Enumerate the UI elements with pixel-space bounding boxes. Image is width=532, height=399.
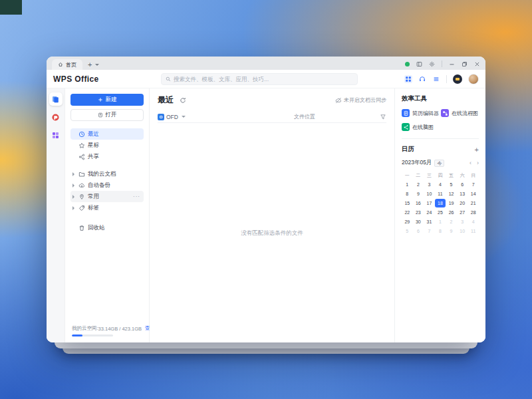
calendar-day[interactable]: 11 [467,227,479,235]
sidebar-item-cloud-docs[interactable]: 我的云文档 [70,168,144,180]
expand-arrow-icon[interactable] [72,195,78,199]
calendar-day[interactable]: 3 [457,217,468,226]
open-document-button[interactable]: 打开 [70,109,144,121]
calendar-day[interactable]: 19 [446,199,457,207]
calendar-day[interactable]: 5 [446,180,457,189]
tab-home[interactable]: 首页 [52,59,82,70]
tool-resume-editor[interactable]: 简历编辑器 [402,109,440,117]
calendar-day[interactable]: 2 [446,217,457,226]
sidebar-item-auto-backup[interactable]: 自动备份 [70,180,144,191]
calendar-day[interactable]: 5 [402,227,413,235]
calendar-day[interactable]: 6 [457,180,468,189]
sidebar-item-trash[interactable]: 回收站 [70,222,144,233]
sidebar-item-starred[interactable]: 星标 [70,140,144,151]
calendar-day-selected[interactable]: 18 [435,199,446,207]
calendar-day[interactable]: 23 [413,208,424,217]
calendar-day[interactable]: 21 [467,199,479,207]
close-button[interactable] [474,61,480,67]
calendar-day[interactable]: 9 [413,190,424,198]
restore-button[interactable] [462,61,467,67]
calendar-day[interactable]: 8 [402,190,413,198]
header-actions [404,74,479,84]
tab-list-chevron-icon[interactable] [95,64,99,66]
calendar-day[interactable]: 14 [467,190,479,198]
calendar-day[interactable]: 28 [467,208,479,217]
calendar-day[interactable]: 30 [413,217,424,226]
rail-pdf-app[interactable] [49,110,63,124]
cloud-sync-notice[interactable]: 未开启文档云同步 [335,96,386,104]
calendar-day[interactable]: 9 [446,227,457,235]
desktop-wallpaper: 首页 + WPS Office [0,0,532,399]
new-document-button[interactable]: 新建 [70,94,144,106]
calendar-day[interactable]: 15 [402,199,413,207]
calendar-day[interactable]: 3 [424,180,435,189]
tool-flowchart[interactable]: 在线流程图 [441,109,479,117]
calendar-day[interactable]: 17 [424,199,435,207]
calendar-day[interactable]: 27 [457,208,468,217]
vip-badge-avatar[interactable] [453,74,462,84]
calendar-today-button[interactable]: 今 [434,160,444,167]
open-file-icon [98,112,103,118]
open-button-label: 打开 [106,111,117,119]
tab-bar: 首页 + [47,57,485,70]
calendar-day[interactable]: 2 [413,180,424,189]
menu-hamburger-icon[interactable] [432,75,440,83]
calendar-day[interactable]: 10 [457,227,468,235]
user-avatar[interactable] [468,74,479,84]
rail-docs-app[interactable] [49,92,63,106]
calendar-day[interactable]: 22 [402,208,413,217]
expand-arrow-icon[interactable] [72,172,78,176]
calendar-day[interactable]: 20 [457,199,468,207]
calendar-day[interactable]: 31 [424,217,435,226]
calendar-day[interactable]: 7 [467,180,479,189]
search-bar[interactable] [161,73,358,85]
sidebar-item-tags[interactable]: 标签 [70,202,144,213]
tool-mindmap[interactable]: 在线脑图 [402,123,440,131]
calendar-day[interactable]: 6 [413,227,424,235]
calendar-day[interactable]: 1 [402,180,413,189]
calendar-day[interactable]: 12 [446,190,457,198]
storage-progress-bar [72,334,113,336]
trash-icon [78,224,85,231]
file-type-filter[interactable]: O OFD [158,114,186,120]
calendar-day[interactable]: 29 [402,217,413,226]
expand-arrow-icon[interactable] [72,206,78,210]
calendar-prev-button[interactable]: ‹ [469,160,471,166]
sidebar-item-recent[interactable]: 最近 [70,128,144,140]
calendar-next-button[interactable]: › [477,160,479,166]
calendar-day[interactable]: 11 [435,190,446,198]
sidebar-item-shared[interactable]: 共享 [70,151,144,162]
refresh-icon[interactable] [180,97,186,104]
filter-funnel-icon[interactable] [380,114,386,120]
more-options-button[interactable]: ··· [133,194,142,200]
calendar-add-button[interactable]: + [475,146,479,153]
split-view-icon[interactable] [416,61,422,67]
calendar-day[interactable]: 1 [435,217,446,226]
expand-arrow-icon[interactable] [72,184,78,188]
calendar-day[interactable]: 4 [467,217,479,226]
calendar-day[interactable]: 10 [424,190,435,198]
status-dot-icon [405,62,410,66]
calendar-day[interactable]: 26 [446,208,457,217]
calendar-day[interactable]: 8 [435,227,446,235]
settings-gear-icon[interactable] [429,61,435,67]
calendar-day[interactable]: 13 [457,190,468,198]
search-input[interactable] [174,76,353,82]
weekday-label: 二 [413,172,424,179]
calendar-day[interactable]: 7 [424,227,435,235]
sidebar-item-frequent[interactable]: 常用··· [70,191,144,202]
pin-icon [78,193,85,200]
calendar-day[interactable]: 4 [435,180,446,189]
support-headset-icon[interactable] [418,75,426,83]
apps-grid-icon[interactable] [404,75,412,83]
minimize-button[interactable] [449,61,455,67]
weekday-label: 日 [467,172,479,179]
calendar-day[interactable]: 24 [424,208,435,217]
window-controls [405,61,480,67]
cloud-folder-icon [78,170,85,178]
calendar-day[interactable]: 16 [413,199,424,207]
new-tab-button[interactable]: + [88,61,92,68]
rail-more-apps[interactable] [49,128,63,142]
calendar-day[interactable]: 25 [435,208,446,217]
location-column-header[interactable]: 文件位置 [294,113,315,120]
